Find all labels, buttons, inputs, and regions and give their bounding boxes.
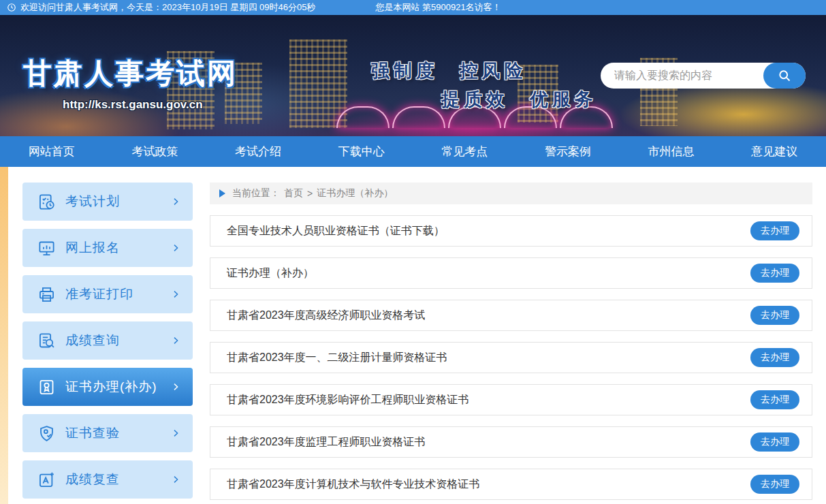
sidebar-item-exam-plan[interactable]: 考试计划 bbox=[22, 183, 193, 221]
exam-plan-icon bbox=[37, 193, 56, 211]
go-process-button[interactable]: 去办理 bbox=[750, 221, 799, 240]
search-icon bbox=[778, 69, 791, 82]
chevron-right-icon bbox=[171, 197, 180, 206]
go-process-button[interactable]: 去办理 bbox=[750, 432, 799, 452]
breadcrumb-label: 当前位置： bbox=[232, 187, 280, 200]
main-area: 考试计划 网上报名 准考证打印 bbox=[0, 167, 826, 504]
page: 欢迎访问甘肃人事考试网，今天是：2023年10月19日 星期四 09时46分05… bbox=[0, 0, 826, 504]
go-process-button[interactable]: 去办理 bbox=[750, 348, 799, 367]
score-recheck-icon bbox=[37, 471, 56, 489]
chevron-right-icon bbox=[171, 336, 180, 345]
slogan-line-1: 强制度 控风险 bbox=[371, 59, 527, 83]
nav-item-feedback[interactable]: 意见建议 bbox=[722, 136, 826, 167]
list-item: 甘肃省2023年度高级经济师职业资格考试 去办理 bbox=[210, 300, 812, 331]
breadcrumb-separator: > bbox=[307, 188, 313, 199]
breadcrumb-triangle-icon bbox=[219, 189, 225, 198]
search-button[interactable] bbox=[763, 63, 806, 89]
certificate-list: 全国专业技术人员职业资格证书（证书下载） 去办理 证书办理（补办） 去办理 甘肃… bbox=[210, 215, 812, 500]
list-item: 甘肃省2023年度环境影响评价工程师职业资格证书 去办理 bbox=[210, 384, 812, 415]
list-item-title: 甘肃省2023年度一、二级注册计量师资格证书 bbox=[227, 351, 750, 365]
nav-item-exam-intro[interactable]: 考试介绍 bbox=[206, 136, 310, 167]
sidebar-item-label: 考试计划 bbox=[65, 193, 171, 210]
printer-icon bbox=[37, 285, 56, 304]
chevron-right-icon bbox=[171, 243, 180, 253]
visitor-counter: 您是本网站 第5900921名访客！ bbox=[375, 1, 501, 14]
chevron-right-icon bbox=[171, 428, 180, 438]
left-accent-strip bbox=[0, 167, 8, 504]
site-title: 甘肃人事考试网 bbox=[23, 54, 238, 93]
site-logo: 甘肃人事考试网 http://ks.rst.gansu.gov.cn bbox=[23, 54, 238, 112]
nav-item-warning-cases[interactable]: 警示案例 bbox=[516, 136, 620, 167]
list-item-title: 甘肃省2023年度监理工程师职业资格证书 bbox=[227, 435, 750, 450]
sidebar-item-label: 成绩查询 bbox=[65, 332, 171, 349]
nav-item-download-center[interactable]: 下载中心 bbox=[310, 136, 413, 167]
shield-check-icon bbox=[37, 424, 56, 443]
chevron-right-icon bbox=[171, 382, 180, 392]
clock-icon bbox=[7, 3, 16, 12]
breadcrumb: 当前位置： 首页 > 证书办理（补办） bbox=[210, 183, 812, 204]
list-item-title: 甘肃省2023年度计算机技术与软件专业技术资格证书 bbox=[227, 477, 750, 492]
nav-item-home[interactable]: 网站首页 bbox=[0, 136, 104, 167]
sidebar-item-online-registration[interactable]: 网上报名 bbox=[22, 229, 193, 267]
sidebar-item-score-recheck[interactable]: 成绩复查 bbox=[22, 460, 193, 499]
nav-item-exam-policy[interactable]: 考试政策 bbox=[104, 136, 207, 167]
certificate-icon bbox=[37, 378, 56, 396]
sidebar-item-label: 证书办理(补办) bbox=[65, 378, 171, 396]
list-item-title: 甘肃省2023年度环境影响评价工程师职业资格证书 bbox=[227, 393, 750, 407]
list-item: 证书办理（补办） 去办理 bbox=[210, 257, 812, 289]
site-header: 甘肃人事考试网 http://ks.rst.gansu.gov.cn 强制度 控… bbox=[0, 15, 826, 136]
sidebar-item-admission-ticket-print[interactable]: 准考证打印 bbox=[22, 275, 193, 313]
search-input[interactable] bbox=[601, 69, 763, 82]
go-process-button[interactable]: 去办理 bbox=[750, 475, 799, 494]
breadcrumb-home-link[interactable]: 首页 bbox=[284, 187, 303, 200]
list-item-title: 证书办理（补办） bbox=[227, 266, 750, 281]
breadcrumb-current: 证书办理（补办） bbox=[317, 187, 393, 200]
list-item-title: 甘肃省2023年度高级经济师职业资格考试 bbox=[227, 309, 750, 323]
go-process-button[interactable]: 去办理 bbox=[750, 306, 799, 325]
nav-item-common-sites[interactable]: 常见考点 bbox=[413, 136, 517, 167]
sidebar-item-label: 网上报名 bbox=[65, 239, 171, 257]
go-process-button[interactable]: 去办理 bbox=[750, 264, 799, 283]
content-area: 当前位置： 首页 > 证书办理（补办） 全国专业技术人员职业资格证书（证书下载）… bbox=[210, 183, 812, 504]
sidebar-item-certificate-processing[interactable]: 证书办理(补办) bbox=[22, 368, 193, 406]
search-box bbox=[601, 63, 806, 89]
sidebar-item-score-query[interactable]: 成绩查询 bbox=[22, 321, 193, 360]
nav-item-city-info[interactable]: 市州信息 bbox=[620, 136, 723, 167]
site-url: http://ks.rst.gansu.gov.cn bbox=[63, 98, 238, 112]
sidebar-item-certificate-verification[interactable]: 证书查验 bbox=[22, 414, 193, 452]
top-bar: 欢迎访问甘肃人事考试网，今天是：2023年10月19日 星期四 09时46分05… bbox=[0, 0, 826, 15]
chevron-right-icon bbox=[171, 289, 180, 299]
list-item: 甘肃省2023年度计算机技术与软件专业技术资格证书 去办理 bbox=[210, 469, 812, 500]
sidebar: 考试计划 网上报名 准考证打印 bbox=[22, 183, 193, 504]
list-item-title: 全国专业技术人员职业资格证书（证书下载） bbox=[227, 224, 750, 238]
sidebar-item-label: 成绩复查 bbox=[65, 471, 171, 488]
sidebar-item-label: 准考证打印 bbox=[65, 285, 171, 303]
go-process-button[interactable]: 去办理 bbox=[750, 390, 799, 409]
score-query-icon bbox=[37, 332, 56, 350]
chevron-right-icon bbox=[171, 475, 180, 484]
welcome-text: 欢迎访问甘肃人事考试网，今天是：2023年10月19日 星期四 09时46分05… bbox=[20, 1, 315, 14]
sidebar-item-label: 证书查验 bbox=[65, 424, 171, 442]
monitor-icon bbox=[37, 239, 56, 257]
list-item: 甘肃省2023年度监理工程师职业资格证书 去办理 bbox=[210, 426, 812, 458]
main-nav: 网站首页 考试政策 考试介绍 下载中心 常见考点 警示案例 市州信息 意见建议 bbox=[0, 136, 826, 167]
list-item: 全国专业技术人员职业资格证书（证书下载） 去办理 bbox=[210, 215, 812, 247]
list-item: 甘肃省2023年度一、二级注册计量师资格证书 去办理 bbox=[210, 342, 812, 373]
slogan-line-2: 提质效 优服务 bbox=[441, 87, 597, 112]
